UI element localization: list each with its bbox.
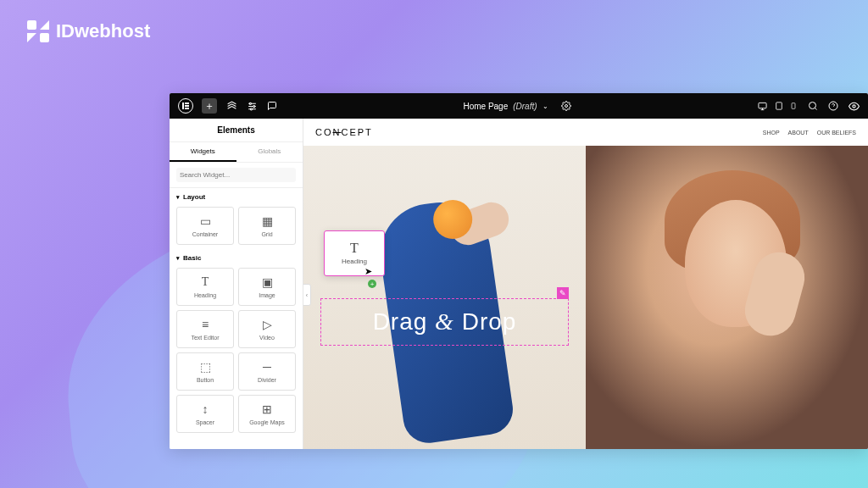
edit-handle-icon[interactable]: ✎	[557, 287, 569, 299]
widget-spacer[interactable]: ↕Spacer	[176, 395, 234, 433]
site-logo: CONCEPT	[315, 127, 373, 137]
heading-icon: T	[350, 241, 359, 255]
cursor-icon: ➤	[364, 266, 372, 277]
tablet-icon[interactable]	[775, 101, 783, 111]
text-editor-icon: ≡	[202, 318, 209, 331]
svg-point-5	[253, 105, 254, 107]
svg-rect-10	[792, 103, 795, 109]
page-name: Home Page	[463, 102, 508, 111]
desktop-icon[interactable]	[757, 102, 768, 111]
site-header: CONCEPT SHOP ABOUT OUR BELIEFS	[303, 119, 868, 146]
svg-point-13	[852, 104, 854, 107]
sidebar-tabs: Widgets Globals	[170, 142, 303, 163]
widget-grid[interactable]: ▦Grid	[238, 207, 296, 245]
editor-window: ＋ Home Page (Draft) ⌄	[170, 93, 868, 449]
grid-icon: ▦	[262, 214, 273, 228]
widget-heading[interactable]: THeading	[176, 268, 234, 306]
nav-beliefs[interactable]: OUR BELIEFS	[817, 130, 856, 136]
svg-rect-8	[759, 103, 766, 108]
elementor-logo-icon[interactable]	[178, 98, 193, 114]
nav-shop[interactable]: SHOP	[763, 130, 780, 136]
image-icon: ▣	[262, 275, 273, 289]
svg-point-7	[565, 105, 567, 108]
brand-name: IDwebhost	[56, 20, 150, 42]
canvas[interactable]: ‹ + ⋮⋮ ✕ CONCEPT SHOP ABOUT OUR BELIEFS	[303, 119, 868, 449]
drop-plus-icon: +	[368, 280, 376, 288]
widget-image[interactable]: ▣Image	[238, 268, 296, 306]
tab-globals[interactable]: Globals	[236, 142, 303, 162]
settings-slider-icon[interactable]	[246, 100, 258, 112]
svg-rect-0	[182, 103, 184, 109]
site-nav: SHOP ABOUT OUR BELIEFS	[763, 130, 856, 136]
structure-icon[interactable]	[225, 100, 237, 112]
titlebar-left: ＋	[178, 98, 278, 114]
comment-icon[interactable]	[266, 100, 278, 112]
widget-video[interactable]: ▷Video	[238, 310, 296, 348]
preview-eye-icon[interactable]	[848, 100, 860, 112]
search-icon[interactable]	[807, 100, 819, 112]
brand-logo: IDwebhost	[27, 20, 150, 42]
collapse-sidebar-button[interactable]: ‹	[303, 284, 311, 306]
editor-body: Elements Widgets Globals Layout ▭Contain…	[170, 119, 868, 449]
titlebar: ＋ Home Page (Draft) ⌄	[170, 93, 868, 119]
button-icon: ⬚	[200, 360, 211, 374]
canvas-body: T Heading ➤ + ✎ Drag & Drop	[303, 146, 868, 449]
maps-icon: ⊞	[262, 402, 272, 416]
svg-point-4	[249, 103, 251, 104]
svg-point-6	[250, 108, 252, 109]
spacer-icon: ↕	[203, 402, 209, 416]
sidebar-title: Elements	[170, 119, 303, 142]
chevron-down-icon: ⌄	[542, 103, 548, 110]
widget-container[interactable]: ▭Container	[176, 207, 234, 245]
container-icon: ▭	[200, 214, 211, 228]
section-layout[interactable]: Layout	[170, 188, 303, 202]
hero-left-column[interactable]: T Heading ➤ + ✎ Drag & Drop	[303, 146, 586, 449]
page-status: (Draft)	[513, 102, 537, 111]
svg-rect-3	[185, 108, 189, 109]
video-icon: ▷	[263, 318, 272, 331]
drop-zone-text: Drag & Drop	[373, 308, 517, 336]
svg-rect-9	[776, 103, 782, 109]
svg-rect-1	[185, 103, 189, 104]
widget-button[interactable]: ⬚Button	[176, 352, 234, 391]
widget-text-editor[interactable]: ≡Text Editor	[176, 310, 234, 348]
gear-icon[interactable]	[560, 100, 572, 112]
section-basic[interactable]: Basic	[170, 249, 303, 263]
nav-about[interactable]: ABOUT	[788, 130, 809, 136]
search-input[interactable]	[176, 168, 296, 182]
page-title-dropdown[interactable]: Home Page (Draft) ⌄	[288, 100, 747, 112]
layout-widgets-grid: ▭Container ▦Grid	[170, 202, 303, 249]
drop-zone[interactable]: ✎ Drag & Drop	[320, 298, 569, 346]
dragging-heading-widget[interactable]: T Heading	[324, 230, 385, 276]
add-element-button[interactable]: ＋	[202, 98, 217, 114]
help-icon[interactable]	[827, 100, 839, 112]
heading-icon: T	[202, 275, 209, 289]
search-wrapper	[170, 163, 303, 188]
widget-divider[interactable]: ─Divider	[238, 352, 296, 391]
responsive-devices	[757, 101, 797, 111]
titlebar-right	[807, 100, 860, 112]
svg-point-11	[810, 103, 816, 109]
divider-icon: ─	[263, 360, 271, 374]
widget-google-maps[interactable]: ⊞Google Maps	[238, 395, 296, 433]
hero-orange-graphic	[433, 200, 472, 239]
svg-rect-2	[185, 105, 189, 107]
hero-right-column[interactable]	[586, 146, 868, 449]
brand-logo-icon	[27, 20, 49, 42]
basic-widgets-grid: THeading ▣Image ≡Text Editor ▷Video ⬚But…	[170, 263, 303, 437]
elements-sidebar: Elements Widgets Globals Layout ▭Contain…	[170, 119, 303, 449]
tab-widgets[interactable]: Widgets	[170, 142, 236, 162]
mobile-icon[interactable]	[790, 101, 797, 111]
